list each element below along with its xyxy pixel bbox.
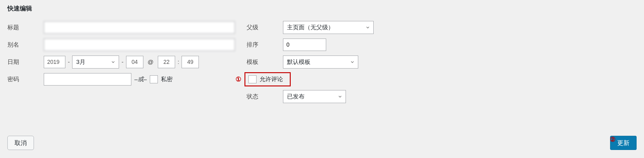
row-date: 日期 - 3月 - @ : — [7, 53, 236, 71]
slug-input[interactable] — [44, 39, 235, 51]
order-label: 排序 — [247, 41, 283, 49]
status-select[interactable]: 已发布 — [283, 90, 346, 103]
order-input[interactable] — [283, 39, 326, 51]
password-label: 密码 — [7, 75, 44, 83]
annotation-two: ② — [610, 136, 616, 143]
private-checkbox[interactable] — [150, 75, 158, 83]
quick-edit-panel: 快速编辑 标题 别名 日期 - 3月 — [0, 0, 644, 158]
day-input[interactable] — [126, 56, 143, 68]
private-label: 私密 — [161, 75, 173, 83]
row-template: 模板 默认模板 — [247, 53, 401, 71]
slug-label: 别名 — [7, 41, 44, 49]
template-value: 默认模板 — [287, 58, 310, 66]
row-slug: 别名 — [7, 36, 236, 53]
left-column: 标题 别名 日期 - 3月 - @ — [7, 19, 236, 105]
cancel-button[interactable]: 取消 — [7, 136, 34, 150]
chevron-down-icon — [338, 94, 343, 99]
month-value: 3月 — [76, 58, 85, 66]
date-label: 日期 — [7, 58, 44, 66]
at-symbol: @ — [148, 59, 154, 65]
title-label: 标题 — [7, 23, 44, 31]
allow-comments-checkbox[interactable] — [248, 75, 256, 83]
month-select[interactable]: 3月 — [72, 56, 119, 69]
parent-value: 主页面（无父级） — [287, 23, 334, 31]
row-comments: ① 允许评论 — [236, 71, 401, 88]
status-value: 已发布 — [287, 93, 305, 101]
footer: 取消 更新 — [7, 136, 637, 150]
allow-comments-label: 允许评论 — [260, 75, 283, 83]
year-input[interactable] — [44, 56, 65, 68]
parent-select[interactable]: 主页面（无父级） — [283, 21, 374, 34]
row-status: 状态 已发布 — [247, 88, 401, 105]
panel-heading: 快速编辑 — [7, 4, 637, 13]
colon: : — [178, 59, 179, 65]
form-columns: 标题 别名 日期 - 3月 - @ — [7, 19, 637, 105]
row-parent: 父级 主页面（无父级） — [247, 19, 401, 36]
dash-1: - — [68, 59, 70, 65]
title-input[interactable] — [44, 21, 235, 34]
row-title: 标题 — [7, 19, 236, 36]
template-label: 模板 — [247, 58, 283, 66]
password-input[interactable] — [44, 73, 131, 85]
minute-input[interactable] — [182, 56, 199, 68]
chevron-down-icon — [350, 60, 355, 64]
hour-input[interactable] — [158, 56, 175, 68]
parent-label: 父级 — [247, 23, 283, 31]
chevron-down-icon — [365, 25, 370, 30]
dash-2: - — [121, 59, 123, 65]
annotation-one: ① — [236, 76, 241, 83]
row-password: 密码 –或– 私密 — [7, 71, 236, 88]
template-select[interactable]: 默认模板 — [283, 56, 358, 69]
highlight-box: 允许评论 — [244, 72, 291, 86]
status-label: 状态 — [247, 93, 283, 101]
chevron-down-icon — [111, 60, 116, 64]
or-text: –或– — [134, 75, 147, 83]
right-column: 父级 主页面（无父级） 排序 模板 默认模板 — [247, 19, 401, 105]
row-order: 排序 — [247, 36, 401, 53]
